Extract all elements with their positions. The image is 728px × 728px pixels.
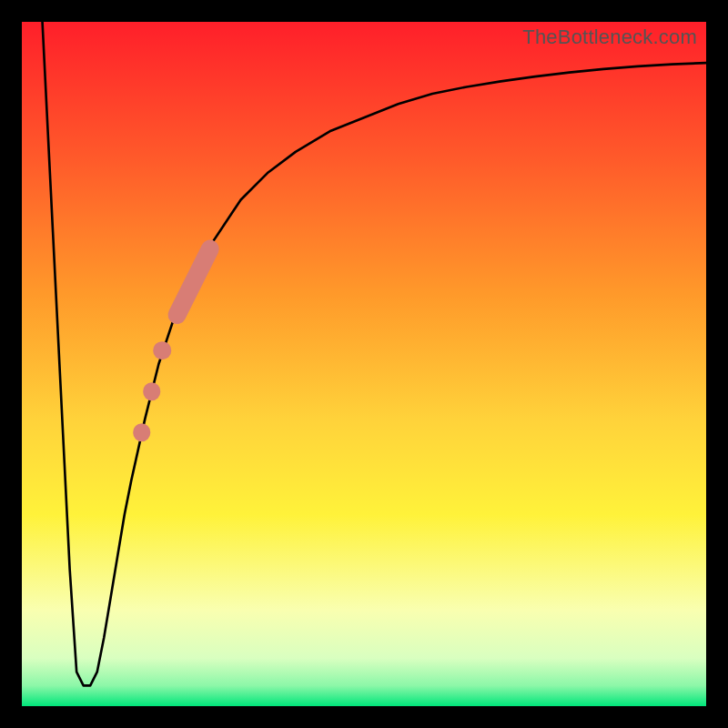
- curve-marker[interactable]: [133, 423, 151, 441]
- chart-frame: TheBottleneck.com: [0, 0, 728, 728]
- curve-highlight-pill[interactable]: [165, 237, 222, 327]
- curve-marker[interactable]: [153, 341, 171, 359]
- plot-area[interactable]: TheBottleneck.com: [22, 22, 706, 706]
- watermark-text: TheBottleneck.com: [522, 25, 697, 49]
- markers-layer: [22, 22, 706, 706]
- curve-marker[interactable]: [143, 382, 161, 400]
